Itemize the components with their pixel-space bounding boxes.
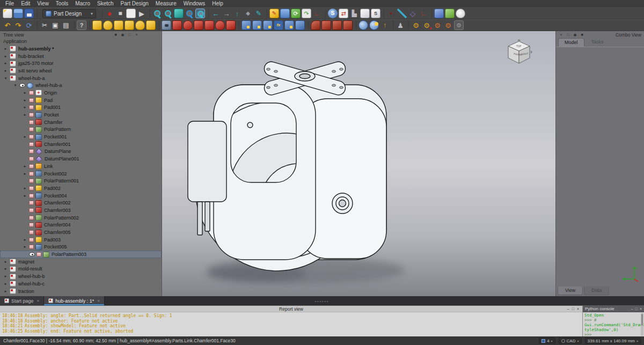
nav-cube-rotate-up-icon[interactable] — [517, 39, 521, 41]
nav-style-selector[interactable]: CAD ▾ — [559, 337, 582, 344]
datum-line-icon[interactable] — [397, 9, 407, 18]
tree-expander-icon[interactable]: ▸ — [23, 105, 27, 109]
nav-forward-icon[interactable]: → — [222, 9, 231, 18]
tree-item-magnet[interactable]: ▸magnet — [0, 258, 162, 266]
box-zoom-icon[interactable] — [195, 9, 205, 18]
tree-expander-icon[interactable]: ▸ — [3, 274, 8, 278]
tab-view[interactable]: View — [558, 287, 583, 295]
menu-macro[interactable]: Macro — [72, 0, 93, 8]
pawn-body-icon[interactable]: ♟ — [396, 20, 405, 30]
bevel-gear-icon[interactable]: ⚙ — [443, 20, 453, 30]
report-minimize-icon[interactable]: – — [567, 307, 569, 311]
copy-icon[interactable]: ▣ — [50, 20, 60, 30]
tree-expander-icon[interactable]: ▸ — [23, 194, 27, 198]
tree-expander-icon[interactable]: ▸ — [3, 69, 8, 73]
tree-item-datumplane001[interactable]: DatumPlane001 — [0, 155, 162, 163]
menu-edit[interactable]: Edit — [18, 0, 33, 8]
document-tab-hub-assembly-1[interactable]: hub-assembly : 1*× — [44, 296, 105, 305]
tree-item-mold-result[interactable]: ▸mold-result — [0, 266, 162, 273]
macro-play-icon[interactable]: ▶ — [137, 9, 147, 18]
tree-expander-icon[interactable]: ▸ — [23, 245, 27, 249]
tree-item-link[interactable]: ▸Link — [0, 163, 162, 170]
shaft-wizard-icon[interactable]: ⚙ — [454, 20, 464, 30]
menu-tools[interactable]: Tools — [53, 0, 71, 8]
menu-file[interactable]: File — [2, 0, 17, 8]
view-dimensions-widget[interactable]: 339.61 mm x 140.09 mm ▾ — [585, 337, 641, 344]
workbench-selector[interactable]: Part Design▾ — [42, 9, 96, 18]
tree-item-wheel-hub-c[interactable]: ▸wheel-hub-c — [0, 280, 162, 288]
transform-extra-icon[interactable] — [295, 20, 305, 30]
cut-icon[interactable]: ✂ — [40, 20, 49, 30]
zoom-object-icon[interactable] — [185, 9, 194, 18]
tree-expander-icon[interactable]: ▸ — [3, 289, 8, 293]
tree-item-origin[interactable]: ▸+Origin — [0, 89, 162, 97]
involute-gear-icon[interactable]: ⚙ — [433, 20, 442, 30]
undo-icon[interactable]: ↶ — [3, 20, 12, 30]
selection-count-widget[interactable]: 4 ▾ — [539, 337, 555, 344]
nav-cube-top-label[interactable]: TOP — [516, 45, 521, 48]
subtractive-helix-icon[interactable] — [215, 20, 225, 30]
menu-view[interactable]: View — [34, 0, 52, 8]
visibility-eye-icon[interactable] — [19, 83, 25, 87]
clone-green-icon[interactable] — [445, 9, 455, 18]
report-log[interactable]: 18:46:18Assembly: angle: Part..Solid ret… — [0, 312, 582, 336]
pycon-minimize-icon[interactable]: – — [631, 307, 633, 311]
tree-item-hub-bracket[interactable]: ▸hub-bracket — [0, 53, 162, 60]
datum-point-icon[interactable]: ● — [386, 9, 396, 18]
tree-expander-icon[interactable]: ▸ — [23, 164, 27, 168]
tree-item-jga25-370-motor[interactable]: ▸jga25-370 motor — [0, 60, 162, 67]
additive-helix-icon[interactable] — [135, 20, 145, 30]
combo-float-icon[interactable]: □ — [566, 33, 570, 36]
tree-item-chamfer001[interactable]: Chamfer001 — [0, 141, 162, 148]
menu-measure[interactable]: Measure — [152, 0, 180, 8]
pd-helix-blue-icon[interactable]: S — [328, 9, 338, 18]
close-icon[interactable]: × — [97, 298, 100, 303]
boolean-union-icon[interactable] — [358, 20, 368, 30]
tree-item-pocket002[interactable]: ▸Pocket002 — [0, 170, 162, 178]
tree-expander-icon[interactable]: ▸ — [23, 98, 27, 102]
document-tab-start-page[interactable]: Start page× — [0, 296, 44, 305]
combo-overlay-icon[interactable]: ◉ — [573, 33, 577, 36]
pd-stamp-icon[interactable]: ▙ — [349, 9, 359, 18]
subtractive-pipe-icon[interactable] — [204, 20, 214, 30]
edit-pen-icon[interactable]: ✎ — [254, 9, 264, 18]
screw-hole[interactable] — [247, 122, 253, 128]
tree-item-datumplane[interactable]: DatumPlane — [0, 148, 162, 156]
tree-item-pad001[interactable]: ▸Pad001 — [0, 104, 162, 112]
nav-back-icon[interactable]: ← — [211, 9, 221, 18]
tree-expander-icon[interactable]: ▸ — [3, 54, 8, 58]
draft-icon[interactable] — [332, 20, 342, 30]
pad-icon[interactable] — [92, 20, 102, 30]
tree-expander-icon[interactable]: ▸ — [3, 61, 8, 65]
additive-pipe-icon[interactable] — [125, 20, 134, 30]
redo-icon[interactable]: ↷ — [13, 20, 23, 30]
visibility-eye-icon[interactable] — [29, 252, 35, 256]
tree-item-polarpattern002[interactable]: PolarPattern002 — [0, 214, 162, 222]
boolean-cut-icon[interactable] — [369, 20, 379, 30]
report-close-icon[interactable]: × — [577, 307, 579, 311]
tree-expander-icon[interactable]: ▸ — [23, 186, 27, 190]
tree-item-wheel-hub-a[interactable]: ▾wheel-hub-a — [0, 82, 162, 89]
tree-item-traction[interactable]: ▸traction — [0, 288, 162, 295]
draw-style-icon[interactable] — [174, 9, 184, 18]
tree-item-pad[interactable]: ▸Pad — [0, 97, 162, 104]
tree-item-chamfer005[interactable]: Chamfer005 — [0, 229, 162, 236]
pocket-icon[interactable] — [162, 20, 171, 30]
tree-expander-icon[interactable]: ▸ — [23, 172, 27, 176]
tree-item-pocket004[interactable]: ▸Pocket004 — [0, 192, 162, 200]
viewport-3d[interactable]: FRONT RIGHT TOP — [162, 31, 555, 296]
fx-scaled-icon[interactable]: fx — [274, 20, 283, 30]
tree-float-icon[interactable]: □ — [127, 33, 132, 36]
close-icon[interactable]: × — [37, 298, 40, 303]
shapebinder-icon[interactable] — [434, 9, 444, 18]
save-doc-icon[interactable] — [24, 9, 34, 18]
pd-migrate-icon[interactable]: ⇄ — [339, 9, 348, 18]
tree-item-wheel-hub-b[interactable]: ▸wheel-hub-b — [0, 273, 162, 280]
tree-expander-icon[interactable]: ▸ — [23, 91, 27, 95]
refresh-icon[interactable]: ⟳ — [24, 20, 34, 30]
linear-pattern-icon[interactable] — [252, 20, 262, 30]
pycon-float-icon[interactable]: □ — [635, 307, 638, 311]
combo-close-icon[interactable]: × — [559, 33, 564, 36]
tree-expander-icon[interactable]: ▾ — [3, 76, 8, 80]
pycon-close-icon[interactable]: × — [640, 307, 642, 311]
